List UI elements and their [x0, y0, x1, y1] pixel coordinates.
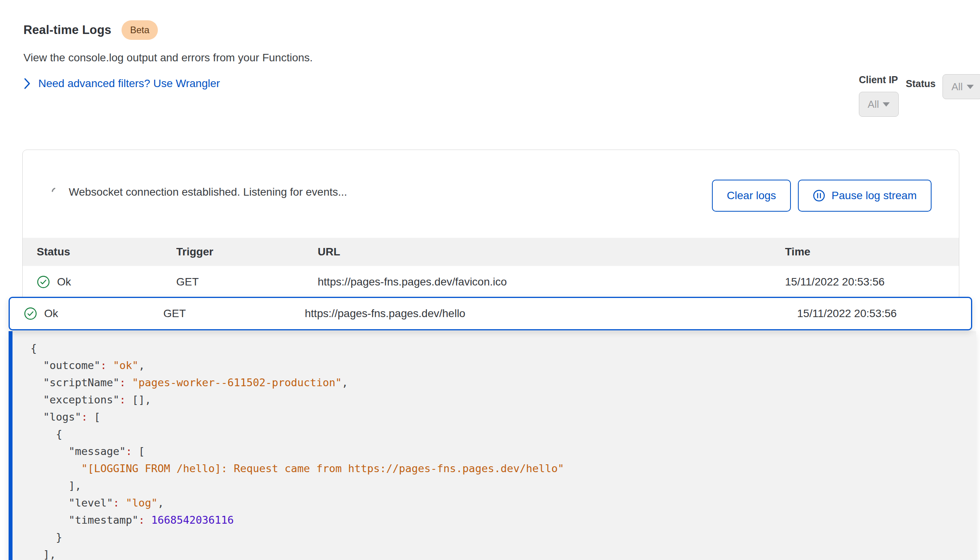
- log-json: { "outcome": "ok", "scriptName": "pages-…: [13, 331, 976, 560]
- caret-down-icon: [967, 85, 974, 89]
- status-filter-value: All: [951, 81, 963, 93]
- clear-logs-button[interactable]: Clear logs: [712, 180, 791, 212]
- spinner-icon: [51, 187, 61, 197]
- log-detail-panel: { "outcome": "ok", "scriptName": "pages-…: [9, 331, 976, 560]
- caret-down-icon: [883, 102, 890, 107]
- trigger-text: GET: [176, 276, 318, 288]
- table-header: Status Trigger URL Time: [23, 238, 959, 266]
- client-ip-dropdown[interactable]: All: [859, 92, 899, 117]
- table-body: OkGEThttps://pages-fns.pages.dev/favicon…: [23, 266, 959, 298]
- time-text: 15/11/2022 20:53:56: [785, 276, 959, 288]
- pause-log-stream-label: Pause log stream: [832, 189, 917, 202]
- websocket-status-text: Websocket connection established. Listen…: [69, 186, 347, 198]
- client-ip-label: Client IP: [859, 74, 899, 86]
- pause-log-stream-button[interactable]: Pause log stream: [798, 180, 932, 212]
- table-row[interactable]: OkGEThttps://pages-fns.pages.dev/favicon…: [23, 266, 959, 298]
- status-filter-label: Status: [906, 78, 935, 89]
- chevron-right-icon: [23, 78, 30, 89]
- url-text: https://pages-fns.pages.dev/favicon.ico: [318, 276, 785, 288]
- url-text: https://pages-fns.pages.dev/hello: [305, 307, 797, 320]
- status-cell: Ok: [24, 307, 163, 320]
- status-dropdown[interactable]: All: [942, 74, 980, 99]
- column-header-url: URL: [318, 246, 785, 258]
- status-ok-icon: [24, 307, 37, 320]
- table-row-selected[interactable]: OkGEThttps://pages-fns.pages.dev/hello15…: [9, 297, 972, 330]
- client-ip-value: All: [868, 98, 879, 111]
- trigger-text: GET: [163, 307, 305, 320]
- clear-logs-label: Clear logs: [727, 189, 776, 202]
- page-subtitle: View the console.log output and errors f…: [23, 52, 313, 64]
- wrangler-link[interactable]: Need advanced filters? Use Wrangler: [23, 77, 220, 90]
- beta-badge: Beta: [122, 20, 158, 40]
- status-ok-icon: [37, 275, 50, 289]
- column-header-time: Time: [785, 246, 959, 258]
- column-header-status: Status: [37, 246, 176, 258]
- time-text: 15/11/2022 20:53:56: [797, 307, 971, 320]
- page-title: Real-time Logs: [23, 23, 111, 37]
- column-header-trigger: Trigger: [176, 246, 318, 258]
- wrangler-link-text[interactable]: Need advanced filters? Use Wrangler: [38, 77, 220, 90]
- pause-icon: [813, 189, 825, 202]
- status-text: Ok: [44, 307, 58, 320]
- status-text: Ok: [57, 276, 71, 288]
- status-cell: Ok: [37, 275, 176, 289]
